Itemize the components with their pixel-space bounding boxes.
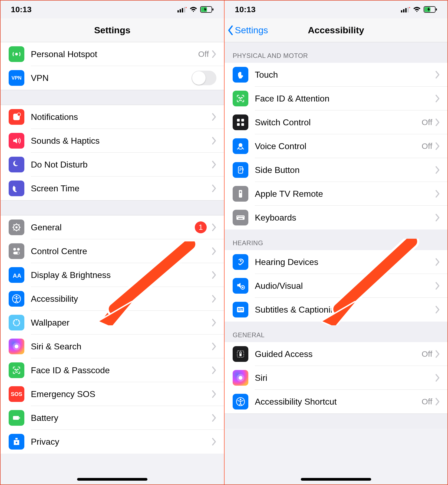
row-display[interactable]: AADisplay & Brightness xyxy=(1,263,224,287)
svg-rect-2 xyxy=(182,8,183,12)
svg-rect-41 xyxy=(13,416,19,420)
row-label: Personal Hotspot xyxy=(31,49,198,59)
row-switchcontrol[interactable]: Switch ControlOff xyxy=(225,110,447,134)
chevron-right-icon xyxy=(212,113,216,121)
voicecontrol-icon xyxy=(233,138,248,154)
back-button[interactable]: Settings xyxy=(227,25,268,35)
row-screentime[interactable]: Screen Time xyxy=(1,176,224,200)
chevron-right-icon xyxy=(212,224,216,231)
row-hearing[interactable]: Hearing Devices xyxy=(225,250,447,274)
svg-rect-74 xyxy=(238,310,241,310)
row-general[interactable]: General1 xyxy=(1,215,224,239)
row-label: Screen Time xyxy=(31,183,212,194)
svg-rect-66 xyxy=(240,216,241,217)
hotspot-icon xyxy=(9,46,24,62)
section-header: GENERAL xyxy=(225,322,447,342)
chevron-right-icon xyxy=(212,247,216,255)
home-indicator[interactable] xyxy=(301,478,371,481)
svg-rect-56 xyxy=(237,123,240,126)
row-voicecontrol[interactable]: Voice ControlOff xyxy=(225,134,447,158)
chevron-right-icon xyxy=(435,306,440,313)
navbar-settings: Settings xyxy=(1,18,224,42)
svg-rect-79 xyxy=(239,353,242,356)
row-privacy[interactable]: Privacy xyxy=(1,430,224,454)
row-sounds[interactable]: Sounds & Haptics xyxy=(1,129,224,153)
cellular-icon xyxy=(177,6,187,12)
svg-rect-42 xyxy=(19,417,20,419)
chevron-left-icon xyxy=(227,25,234,35)
chevron-right-icon xyxy=(435,350,440,358)
chevron-right-icon xyxy=(435,398,440,405)
row-audiovisual[interactable]: Audio/Visual xyxy=(225,274,447,298)
chevron-right-icon xyxy=(212,185,216,192)
svg-rect-67 xyxy=(241,216,242,217)
svg-text:AA: AA xyxy=(13,272,21,279)
status-time: 10:13 xyxy=(11,5,32,14)
svg-line-20 xyxy=(14,230,14,230)
siri-icon xyxy=(9,339,24,354)
switchcontrol-icon xyxy=(233,114,248,130)
row-subtitles[interactable]: Subtitles & Captioning xyxy=(225,298,447,322)
wifi-icon xyxy=(189,6,197,12)
svg-point-13 xyxy=(15,226,18,228)
row-wallpaper[interactable]: Wallpaper xyxy=(1,311,224,335)
row-faceid[interactable]: Face ID & Attention xyxy=(225,87,447,110)
row-label: Touch xyxy=(255,70,435,80)
row-faceid[interactable]: Face ID & Passcode xyxy=(1,358,224,382)
row-siri[interactable]: Siri xyxy=(225,366,447,390)
chevron-right-icon xyxy=(435,214,440,221)
row-appletv[interactable]: Apple TV Remote xyxy=(225,182,447,206)
row-vpn[interactable]: VPNVPN xyxy=(1,66,224,90)
svg-point-62 xyxy=(240,191,241,193)
svg-point-32 xyxy=(19,323,20,324)
guidedaccess-icon xyxy=(233,346,248,362)
row-keyboard[interactable]: Keyboards xyxy=(225,206,447,230)
row-accessibility[interactable]: Accessibility xyxy=(1,287,224,311)
row-dnd[interactable]: Do Not Disturb xyxy=(1,153,224,176)
svg-rect-57 xyxy=(241,123,244,126)
chevron-right-icon xyxy=(435,374,440,382)
row-sidebutton[interactable]: Side Button xyxy=(225,158,447,182)
wifi-icon xyxy=(413,6,421,12)
row-battery[interactable]: Battery xyxy=(1,406,224,430)
row-label: Keyboards xyxy=(255,213,435,223)
chevron-right-icon xyxy=(435,190,440,198)
row-controlcentre[interactable]: Control Centre xyxy=(1,239,224,263)
row-shortcut[interactable]: Accessibility ShortcutOff xyxy=(225,390,447,414)
row-detail: Off xyxy=(198,50,209,59)
row-touch[interactable]: Touch xyxy=(225,63,447,87)
row-label: Privacy xyxy=(31,437,212,447)
chevron-right-icon xyxy=(212,319,216,326)
chevron-right-icon xyxy=(435,119,440,126)
svg-point-52 xyxy=(239,97,240,98)
svg-rect-64 xyxy=(237,216,238,217)
dnd-icon xyxy=(9,157,24,172)
svg-rect-11 xyxy=(15,187,18,191)
row-guidedaccess[interactable]: Guided AccessOff xyxy=(225,342,447,366)
page-title: Settings xyxy=(1,25,224,35)
svg-rect-76 xyxy=(238,308,240,309)
toggle-switch[interactable] xyxy=(192,71,216,85)
navbar-accessibility: Settings Accessibility xyxy=(225,18,447,42)
home-indicator[interactable] xyxy=(77,478,147,481)
row-sos[interactable]: SOSEmergency SOS xyxy=(1,382,224,406)
battery-icon xyxy=(424,6,437,13)
svg-point-39 xyxy=(15,369,16,370)
status-icons xyxy=(177,6,214,13)
svg-point-35 xyxy=(13,323,14,324)
row-label: Siri xyxy=(255,373,435,383)
row-notifications[interactable]: Notifications xyxy=(1,105,224,129)
row-label: Subtitles & Captioning xyxy=(255,305,435,315)
row-label: Apple TV Remote xyxy=(255,189,435,199)
row-label: Siri & Search xyxy=(31,342,212,352)
general-icon xyxy=(9,219,24,235)
svg-point-43 xyxy=(16,442,17,443)
status-icons xyxy=(401,6,437,13)
svg-rect-45 xyxy=(403,9,404,12)
svg-rect-46 xyxy=(405,8,407,12)
chevron-right-icon xyxy=(435,71,440,78)
row-hotspot[interactable]: Personal HotspotOff xyxy=(1,42,224,66)
svg-point-30 xyxy=(16,319,17,320)
row-label: Wallpaper xyxy=(31,318,212,328)
row-siri[interactable]: Siri & Search xyxy=(1,335,224,358)
